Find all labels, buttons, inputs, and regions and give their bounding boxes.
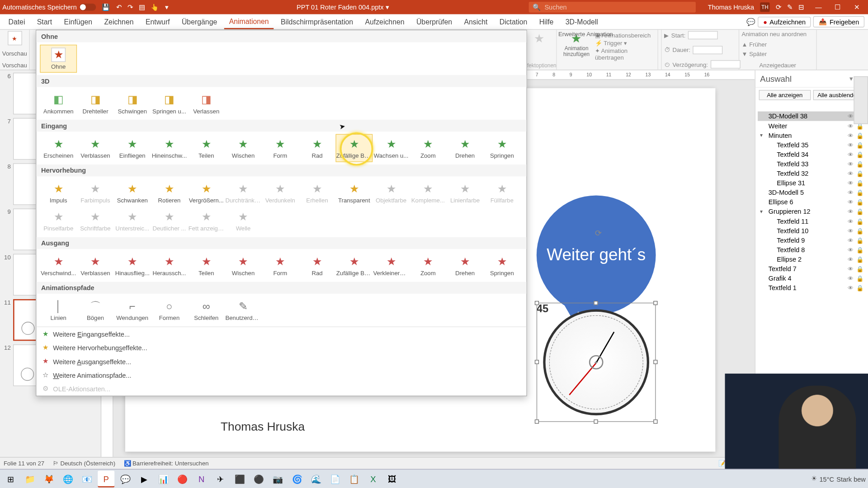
lock-icon[interactable]: 🔒 [856, 285, 863, 291]
selection-tree-item[interactable]: Textfeld 33👁🔒 [758, 159, 866, 169]
gallery-item[interactable]: │Linien [40, 296, 77, 324]
visibility-icon[interactable]: 👁 [848, 180, 854, 187]
gallery-item[interactable]: ◨Verlassen [188, 89, 225, 117]
redo-icon[interactable]: ↷ [127, 3, 133, 11]
excel-icon[interactable]: X [365, 470, 382, 487]
tab-hilfe[interactable]: Hilfe [534, 15, 558, 28]
clock-face[interactable]: ✦ [543, 309, 649, 415]
visibility-icon[interactable]: 👁 [848, 208, 854, 215]
visibility-icon[interactable]: 👁 [848, 275, 854, 282]
gallery-item[interactable]: ★Erscheinen [40, 134, 77, 162]
gallery-item[interactable]: ★Teilen [188, 134, 225, 162]
selection-pane-dropdown-icon[interactable]: ▾ [849, 75, 853, 82]
start-menu-icon[interactable]: ⊞ [2, 470, 19, 487]
gallery-item[interactable]: ★Verblassen [77, 251, 114, 279]
draw-icon[interactable]: ✎ [787, 3, 793, 11]
gallery-item[interactable]: ★Rad [299, 251, 336, 279]
rotate-handle-icon[interactable]: ⟳ [595, 228, 602, 238]
gallery-item[interactable]: ∞Schleifen [188, 296, 225, 324]
lock-icon[interactable]: 🔒 [856, 246, 863, 253]
weitere-eingangseffekte[interactable]: ★Weitere Eingangseffekte... [36, 327, 526, 341]
weather-widget[interactable]: ☀ 15°C Stark bew [811, 475, 866, 483]
gallery-item[interactable]: ★Zoom [410, 134, 447, 162]
visibility-icon[interactable]: 👁 [848, 151, 854, 158]
lock-icon[interactable]: 🔒 [856, 189, 863, 196]
gallery-item[interactable]: ★Zufällige Ba... [335, 134, 373, 162]
lock-icon[interactable]: 🔒 [856, 208, 863, 215]
gallery-item[interactable]: ★Einfliegen [114, 134, 151, 162]
resize-handle[interactable] [535, 360, 539, 364]
selection-tree-item[interactable]: Textfeld 7👁🔒 [758, 264, 866, 273]
tab-bildschirmpraesentation[interactable]: Bildschirmpräsentation [276, 15, 358, 28]
toggle-switch[interactable] [79, 4, 96, 11]
lock-icon[interactable]: 🔒 [856, 132, 863, 139]
gallery-item[interactable]: ★Wachsen u... [373, 134, 410, 162]
app-icon[interactable]: 🌀 [288, 470, 305, 487]
camera-icon[interactable]: 📷 [269, 470, 286, 487]
selection-tree-item[interactable]: Ellipse 31👁🔒 [758, 178, 866, 188]
user-name-label[interactable]: Thomas Hruska [708, 4, 754, 11]
gallery-item[interactable]: ★Transparent [335, 179, 373, 207]
tab-einfuegen[interactable]: Einfügen [59, 15, 97, 28]
gallery-item[interactable]: ◨Drehteller [77, 89, 114, 117]
selection-tree-item[interactable]: Textfeld 10👁🔒 [758, 226, 866, 235]
animation-uebertragen-button[interactable]: ✦ Animation übertragen [595, 47, 651, 61]
selection-tree-item[interactable]: ▾Minuten👁🔒 [758, 131, 866, 140]
visibility-icon[interactable]: 👁 [848, 122, 854, 129]
visibility-icon[interactable]: 👁 [848, 237, 854, 244]
gallery-item[interactable]: ★Schwanken [114, 179, 151, 207]
aufzeichnen-button[interactable]: Aufzeichnen [758, 16, 811, 27]
gallery-item[interactable]: ◧Ankommen [40, 89, 77, 117]
lang-indicator[interactable]: 🏳 Deutsch (Österreich) [53, 460, 116, 467]
comments-icon[interactable]: 💬 [746, 18, 755, 26]
touch-mode-icon[interactable]: 👆 [151, 3, 159, 11]
gallery-item[interactable]: ★Hineinschw... [151, 134, 188, 162]
ribbon-options-icon[interactable]: ⊟ [798, 3, 804, 11]
selection-tree-item[interactable]: 3D-Modell 5👁🔒 [758, 188, 866, 197]
gallery-item[interactable]: ★Form [262, 251, 299, 279]
tab-animationen[interactable]: Animationen [224, 14, 274, 29]
firefox-icon[interactable]: 🦊 [41, 470, 57, 487]
collapsed-pane-tab[interactable] [854, 76, 868, 124]
selection-tree-item[interactable]: Textfeld 32👁🔒 [758, 169, 866, 178]
gallery-item[interactable]: ★Springen [483, 134, 520, 162]
visibility-icon[interactable]: 👁 [848, 160, 854, 167]
frueher-button[interactable]: ▲ Früher [741, 41, 767, 48]
lock-icon[interactable]: 🔒 [856, 199, 863, 206]
gallery-item[interactable]: ⌐Wendungen [114, 296, 151, 324]
resize-handle[interactable] [594, 301, 598, 305]
gallery-item[interactable]: ★Wischen [225, 251, 262, 279]
gallery-item[interactable]: ★Zoom [410, 251, 447, 279]
gallery-item[interactable]: ★Springen [483, 251, 520, 279]
tab-ansicht[interactable]: Ansicht [459, 15, 492, 28]
onenote-icon[interactable]: N [193, 470, 210, 487]
selection-tree-item[interactable]: Ellipse 2👁🔒 [758, 254, 866, 264]
visibility-icon[interactable]: 👁 [848, 189, 854, 196]
selection-tree-item[interactable]: Grafik 4👁🔒 [758, 273, 866, 283]
file-explorer-icon[interactable]: 📁 [21, 470, 38, 487]
author-text[interactable]: Thomas Hruska [221, 420, 305, 434]
lock-icon[interactable]: 🔒 [856, 170, 863, 177]
freigeben-button[interactable]: 📤Freigeben [813, 16, 864, 28]
undo-icon[interactable]: ↶ [116, 3, 122, 11]
gallery-item[interactable]: ★Form [262, 134, 299, 162]
selection-tree-item[interactable]: Textfeld 35👁🔒 [758, 140, 866, 150]
auto-save-toggle[interactable]: Automatisches Speichern [2, 4, 96, 11]
maximize-button[interactable]: ☐ [829, 3, 847, 11]
selection-tree-item[interactable]: Textfeld 8👁🔒 [758, 245, 866, 254]
resize-handle[interactable] [535, 419, 539, 423]
user-avatar[interactable]: TH [760, 2, 769, 12]
visibility-icon[interactable]: 👁 [848, 141, 854, 148]
tab-ueberpruefen[interactable]: Überprüfen [411, 15, 457, 28]
gallery-item[interactable]: ★Wischen [225, 134, 262, 162]
verzoegerung-input[interactable] [710, 60, 740, 68]
trigger-button[interactable]: ⚡ Trigger ▾ [595, 40, 651, 47]
slide-counter[interactable]: Folie 11 von 27 [4, 460, 44, 467]
gallery-item[interactable]: ★Verkleinern ... [373, 251, 410, 279]
gallery-item[interactable]: ★Vergrößern... [188, 179, 225, 207]
lock-icon[interactable]: 🔒 [856, 180, 863, 187]
search-input[interactable] [544, 4, 692, 11]
tab-3d-modell[interactable]: 3D-Modell [561, 15, 603, 28]
selection-tree-item[interactable]: ▾Gruppieren 12👁🔒 [758, 207, 866, 216]
app-icon[interactable]: 🖼 [384, 470, 401, 487]
